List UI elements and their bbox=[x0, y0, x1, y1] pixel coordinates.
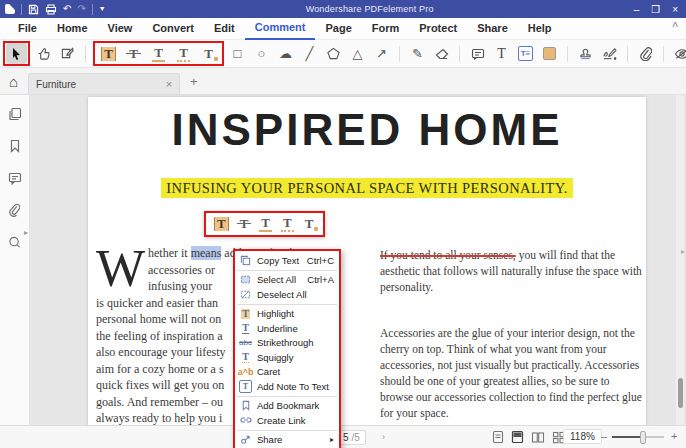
menu-item-copy-text[interactable]: Copy Text Ctrl+C bbox=[235, 253, 339, 268]
toolbar-separator bbox=[459, 46, 460, 62]
underline-tool-button[interactable]: T bbox=[149, 43, 168, 64]
undo-icon[interactable]: ↶ bbox=[63, 4, 71, 14]
scrollbar-thumb[interactable] bbox=[678, 378, 683, 408]
add-note-icon: T bbox=[239, 380, 252, 393]
select-tool-button[interactable] bbox=[6, 43, 27, 64]
mini-highlight-button[interactable]: T bbox=[214, 217, 229, 231]
menu-protect[interactable]: Protect bbox=[409, 18, 467, 39]
signature-tool-button[interactable] bbox=[599, 43, 620, 64]
menu-share[interactable]: Share bbox=[467, 18, 518, 39]
two-page-view-icon[interactable] bbox=[531, 430, 545, 448]
menu-comment[interactable]: Comment bbox=[245, 17, 316, 40]
zoom-in-button[interactable]: + bbox=[671, 430, 677, 442]
zoom-slider-handle[interactable] bbox=[640, 431, 646, 444]
comment-note-button[interactable] bbox=[467, 43, 488, 64]
menu-form[interactable]: Form bbox=[362, 18, 410, 39]
squiggly-tool-button[interactable]: T bbox=[174, 43, 193, 64]
print-icon[interactable] bbox=[45, 4, 57, 15]
toolbar-separator bbox=[85, 46, 86, 62]
zoom-slider[interactable] bbox=[612, 436, 664, 438]
ribbon-collapse-icon[interactable]: ^ bbox=[672, 21, 678, 32]
attachments-panel-icon[interactable] bbox=[9, 203, 20, 221]
fit-width-view-icon[interactable] bbox=[511, 430, 524, 448]
annotation-box-select-tool bbox=[3, 41, 30, 66]
strikethrough-text[interactable]: If you tend to all your senses, bbox=[380, 249, 516, 261]
titlebar: ↶ ↷ ▼ Wondershare PDFelement Pro – ❒ × bbox=[0, 0, 686, 18]
copy-icon bbox=[239, 255, 252, 266]
redo-icon[interactable]: ↷ bbox=[77, 4, 85, 14]
menu-item-deselect-all[interactable]: Deselect All bbox=[235, 287, 339, 302]
comments-panel-icon[interactable] bbox=[8, 171, 22, 189]
zoom-out-button[interactable]: – bbox=[601, 430, 607, 442]
eraser-tool-button[interactable] bbox=[431, 43, 452, 64]
menu-item-add-bookmark[interactable]: Add Bookmark bbox=[235, 399, 339, 414]
zoom-level[interactable]: 118% bbox=[563, 429, 602, 444]
menu-convert[interactable]: Convert bbox=[142, 18, 204, 39]
menu-home[interactable]: Home bbox=[47, 18, 98, 39]
menu-item-select-all[interactable]: Select All Ctrl+A bbox=[235, 273, 339, 288]
menu-item-highlight[interactable]: T Highlight bbox=[235, 307, 339, 322]
pentagon-shape-button[interactable] bbox=[323, 43, 344, 64]
menu-item-caret[interactable]: a^b Caret bbox=[235, 365, 339, 380]
menu-item-share[interactable]: Share ▸ bbox=[235, 433, 339, 448]
menu-item-strikethrough[interactable]: abc Strikethrough bbox=[235, 336, 339, 351]
line-shape-button[interactable]: ╱ bbox=[299, 43, 320, 64]
tab-furniture[interactable]: Furniture × bbox=[28, 73, 180, 94]
underline-icon: T bbox=[239, 323, 252, 334]
text-box-button[interactable]: T≡ bbox=[515, 43, 536, 64]
main-area: ▸ INSPIRED HOME INFUSING YOUR PERSONAL S… bbox=[0, 95, 686, 425]
cloud-shape-button[interactable]: ☁ bbox=[275, 43, 296, 64]
page-number-box[interactable]: 5 /5 bbox=[337, 430, 366, 445]
right-panel-collapse-icon[interactable]: ▸ bbox=[681, 247, 685, 256]
next-page-icon[interactable]: › bbox=[382, 432, 385, 442]
save-icon[interactable] bbox=[28, 4, 39, 15]
close-button[interactable]: × bbox=[672, 4, 678, 15]
new-tab-button[interactable]: + bbox=[190, 74, 198, 89]
menu-item-add-note-to-text[interactable]: T Add Note To Text bbox=[235, 379, 339, 394]
tab-close-icon[interactable]: × bbox=[166, 78, 172, 90]
menu-separator bbox=[237, 430, 337, 431]
menu-page[interactable]: Page bbox=[315, 18, 361, 39]
single-page-view-icon[interactable] bbox=[492, 430, 504, 448]
caret-tool-button[interactable]: T bbox=[199, 43, 218, 64]
sidebar-collapse-icon[interactable]: ▸ bbox=[24, 228, 28, 237]
thumbnails-panel-icon[interactable] bbox=[8, 107, 22, 125]
attachment-tool-button[interactable] bbox=[635, 43, 656, 64]
annotation-box-text-markup-tools: T T T T T bbox=[93, 41, 224, 66]
pencil-tool-button[interactable]: ✎ bbox=[407, 43, 428, 64]
selected-word[interactable]: means bbox=[191, 246, 222, 260]
typewriter-text-button[interactable]: T bbox=[491, 43, 512, 64]
oval-shape-button[interactable]: ○ bbox=[251, 43, 272, 64]
mini-caret-button[interactable]: T bbox=[303, 217, 316, 231]
home-tab-icon[interactable]: ⌂ bbox=[9, 74, 18, 89]
highlight-tool-button[interactable]: T bbox=[99, 43, 118, 64]
menu-file[interactable]: File bbox=[8, 18, 47, 39]
strikethrough-tool-button[interactable]: T bbox=[124, 43, 143, 64]
arrow-tool-button[interactable]: ↗ bbox=[371, 43, 392, 64]
pdf-page[interactable]: INSPIRED HOME INFUSING YOUR PERSONAL SPA… bbox=[88, 97, 646, 425]
menu-item-underline[interactable]: T Underline bbox=[235, 321, 339, 336]
search-panel-icon[interactable] bbox=[8, 235, 21, 253]
menu-item-squiggly[interactable]: T Squiggly bbox=[235, 350, 339, 365]
maximize-button[interactable]: ❒ bbox=[651, 4, 660, 15]
minimize-button[interactable]: – bbox=[634, 4, 640, 15]
menu-help[interactable]: Help bbox=[518, 18, 562, 39]
rectangle-shape-button[interactable]: □ bbox=[227, 43, 248, 64]
sticky-note-tool-button[interactable] bbox=[57, 43, 78, 64]
area-highlight-button[interactable] bbox=[539, 43, 560, 64]
bookmarks-panel-icon[interactable] bbox=[9, 139, 21, 157]
menu-edit[interactable]: Edit bbox=[204, 18, 245, 39]
highlighted-text[interactable]: INFUSING YOUR PERSONAL SPACE WITH PERSON… bbox=[161, 178, 572, 198]
menu-separator bbox=[237, 270, 337, 271]
triangle-shape-button[interactable]: △ bbox=[347, 43, 368, 64]
menu-view[interactable]: View bbox=[98, 18, 143, 39]
hide-annotations-button[interactable] bbox=[671, 43, 686, 64]
mini-squiggly-button[interactable]: T bbox=[281, 216, 294, 232]
toolbar-dropdown-icon[interactable]: ▼ bbox=[99, 4, 106, 14]
hand-tool-button[interactable] bbox=[33, 43, 54, 64]
stamp-tool-button[interactable] bbox=[575, 43, 596, 64]
menu-item-create-link[interactable]: Create Link bbox=[235, 413, 339, 428]
mini-underline-button[interactable]: T bbox=[259, 216, 272, 232]
vertical-scrollbar[interactable] bbox=[676, 95, 684, 425]
mini-strikethrough-button[interactable]: T bbox=[238, 217, 251, 231]
